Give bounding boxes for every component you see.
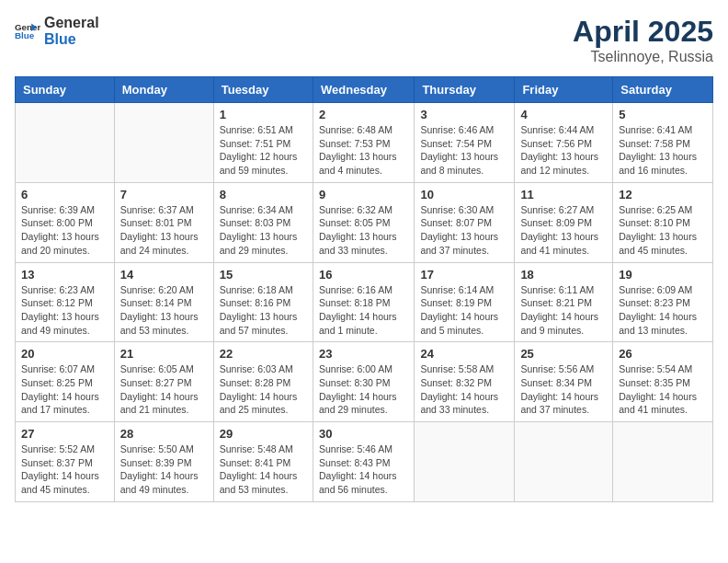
day-cell: 30Sunrise: 5:46 AM Sunset: 8:43 PM Dayli… — [313, 422, 414, 502]
logo-blue-text: Blue — [44, 31, 99, 48]
day-number: 27 — [21, 427, 108, 441]
day-number: 24 — [420, 347, 508, 361]
day-cell: 11Sunrise: 6:27 AM Sunset: 8:09 PM Dayli… — [515, 182, 613, 262]
day-number: 9 — [319, 188, 408, 201]
day-number: 6 — [21, 188, 108, 201]
day-number: 30 — [319, 427, 408, 441]
day-detail: Sunrise: 6:46 AM Sunset: 7:54 PM Dayligh… — [420, 123, 508, 178]
day-cell: 18Sunrise: 6:11 AM Sunset: 8:21 PM Dayli… — [515, 262, 613, 342]
week-row-4: 27Sunrise: 5:52 AM Sunset: 8:37 PM Dayli… — [16, 422, 713, 502]
page-header: General Blue General Blue April 2025 Tse… — [15, 15, 713, 65]
day-cell: 5Sunrise: 6:41 AM Sunset: 7:58 PM Daylig… — [613, 103, 713, 183]
day-number: 11 — [520, 188, 607, 201]
day-number: 16 — [319, 268, 408, 282]
day-cell: 14Sunrise: 6:20 AM Sunset: 8:14 PM Dayli… — [114, 262, 213, 342]
logo-icon: General Blue — [15, 18, 40, 44]
day-detail: Sunrise: 6:30 AM Sunset: 8:07 PM Dayligh… — [420, 203, 508, 258]
day-number: 13 — [21, 268, 108, 282]
day-cell — [16, 103, 115, 183]
day-number: 10 — [420, 188, 508, 201]
day-detail: Sunrise: 6:07 AM Sunset: 8:25 PM Dayligh… — [21, 362, 108, 417]
day-detail: Sunrise: 6:20 AM Sunset: 8:14 PM Dayligh… — [120, 283, 208, 338]
day-cell: 19Sunrise: 6:09 AM Sunset: 8:23 PM Dayli… — [613, 262, 713, 342]
svg-text:Blue: Blue — [15, 30, 35, 40]
day-number: 4 — [520, 108, 607, 121]
day-number: 17 — [420, 268, 508, 282]
day-detail: Sunrise: 6:51 AM Sunset: 7:51 PM Dayligh… — [220, 123, 307, 178]
day-detail: Sunrise: 5:58 AM Sunset: 8:32 PM Dayligh… — [420, 362, 508, 417]
day-number: 18 — [520, 268, 607, 282]
header-monday: Monday — [114, 77, 213, 103]
day-detail: Sunrise: 6:00 AM Sunset: 8:30 PM Dayligh… — [319, 362, 408, 417]
day-detail: Sunrise: 6:11 AM Sunset: 8:21 PM Dayligh… — [520, 283, 607, 338]
title-area: April 2025 Tselinnoye, Russia — [573, 15, 713, 65]
day-number: 20 — [21, 347, 108, 361]
day-cell: 23Sunrise: 6:00 AM Sunset: 8:30 PM Dayli… — [313, 342, 414, 422]
day-detail: Sunrise: 6:34 AM Sunset: 8:03 PM Dayligh… — [220, 203, 307, 258]
day-detail: Sunrise: 5:54 AM Sunset: 8:35 PM Dayligh… — [619, 362, 707, 417]
main-title: April 2025 — [573, 15, 713, 49]
day-cell — [114, 103, 213, 183]
day-cell: 8Sunrise: 6:34 AM Sunset: 8:03 PM Daylig… — [213, 182, 313, 262]
day-cell: 20Sunrise: 6:07 AM Sunset: 8:25 PM Dayli… — [16, 342, 115, 422]
day-number: 26 — [619, 347, 707, 361]
week-row-0: 1Sunrise: 6:51 AM Sunset: 7:51 PM Daylig… — [16, 103, 713, 183]
day-number: 21 — [120, 347, 208, 361]
sub-title: Tselinnoye, Russia — [573, 49, 713, 65]
day-cell — [515, 422, 613, 502]
day-detail: Sunrise: 6:25 AM Sunset: 8:10 PM Dayligh… — [619, 203, 707, 258]
day-number: 25 — [520, 347, 607, 361]
day-detail: Sunrise: 6:44 AM Sunset: 7:56 PM Dayligh… — [520, 123, 607, 178]
day-cell: 24Sunrise: 5:58 AM Sunset: 8:32 PM Dayli… — [415, 342, 515, 422]
day-cell: 15Sunrise: 6:18 AM Sunset: 8:16 PM Dayli… — [213, 262, 313, 342]
header-sunday: Sunday — [16, 77, 115, 103]
day-detail: Sunrise: 6:16 AM Sunset: 8:18 PM Dayligh… — [319, 283, 408, 338]
day-number: 7 — [120, 188, 208, 201]
day-cell: 26Sunrise: 5:54 AM Sunset: 8:35 PM Dayli… — [613, 342, 713, 422]
day-cell: 1Sunrise: 6:51 AM Sunset: 7:51 PM Daylig… — [213, 103, 313, 183]
day-cell: 17Sunrise: 6:14 AM Sunset: 8:19 PM Dayli… — [415, 262, 515, 342]
day-detail: Sunrise: 6:27 AM Sunset: 8:09 PM Dayligh… — [520, 203, 607, 258]
header-wednesday: Wednesday — [313, 77, 414, 103]
day-cell: 4Sunrise: 6:44 AM Sunset: 7:56 PM Daylig… — [515, 103, 613, 183]
day-cell: 25Sunrise: 5:56 AM Sunset: 8:34 PM Dayli… — [515, 342, 613, 422]
day-number: 29 — [220, 427, 307, 441]
day-cell: 16Sunrise: 6:16 AM Sunset: 8:18 PM Dayli… — [313, 262, 414, 342]
header-thursday: Thursday — [415, 77, 515, 103]
day-detail: Sunrise: 6:32 AM Sunset: 8:05 PM Dayligh… — [319, 203, 408, 258]
day-number: 14 — [120, 268, 208, 282]
day-detail: Sunrise: 6:05 AM Sunset: 8:27 PM Dayligh… — [120, 362, 208, 417]
day-cell: 29Sunrise: 5:48 AM Sunset: 8:41 PM Dayli… — [213, 422, 313, 502]
day-detail: Sunrise: 6:48 AM Sunset: 7:53 PM Dayligh… — [319, 123, 408, 178]
day-cell: 3Sunrise: 6:46 AM Sunset: 7:54 PM Daylig… — [415, 103, 515, 183]
day-detail: Sunrise: 6:23 AM Sunset: 8:12 PM Dayligh… — [21, 283, 108, 338]
day-cell: 28Sunrise: 5:50 AM Sunset: 8:39 PM Dayli… — [114, 422, 213, 502]
header-saturday: Saturday — [613, 77, 713, 103]
day-detail: Sunrise: 5:56 AM Sunset: 8:34 PM Dayligh… — [520, 362, 607, 417]
day-detail: Sunrise: 6:41 AM Sunset: 7:58 PM Dayligh… — [619, 123, 707, 178]
header-friday: Friday — [515, 77, 613, 103]
day-cell: 9Sunrise: 6:32 AM Sunset: 8:05 PM Daylig… — [313, 182, 414, 262]
day-detail: Sunrise: 6:37 AM Sunset: 8:01 PM Dayligh… — [120, 203, 208, 258]
day-detail: Sunrise: 6:03 AM Sunset: 8:28 PM Dayligh… — [220, 362, 307, 417]
day-number: 8 — [220, 188, 307, 201]
logo-general-text: General — [44, 15, 99, 31]
day-cell: 22Sunrise: 6:03 AM Sunset: 8:28 PM Dayli… — [213, 342, 313, 422]
week-row-2: 13Sunrise: 6:23 AM Sunset: 8:12 PM Dayli… — [16, 262, 713, 342]
day-cell: 7Sunrise: 6:37 AM Sunset: 8:01 PM Daylig… — [114, 182, 213, 262]
day-detail: Sunrise: 6:18 AM Sunset: 8:16 PM Dayligh… — [220, 283, 307, 338]
day-number: 15 — [220, 268, 307, 282]
day-number: 1 — [220, 108, 307, 121]
header-tuesday: Tuesday — [213, 77, 313, 103]
calendar-body: 1Sunrise: 6:51 AM Sunset: 7:51 PM Daylig… — [16, 103, 713, 502]
day-detail: Sunrise: 6:39 AM Sunset: 8:00 PM Dayligh… — [21, 203, 108, 258]
day-number: 3 — [420, 108, 508, 121]
day-number: 5 — [619, 108, 707, 121]
day-detail: Sunrise: 5:46 AM Sunset: 8:43 PM Dayligh… — [319, 442, 408, 497]
calendar-header: SundayMondayTuesdayWednesdayThursdayFrid… — [16, 77, 713, 103]
day-detail: Sunrise: 6:14 AM Sunset: 8:19 PM Dayligh… — [420, 283, 508, 338]
logo: General Blue General Blue — [15, 15, 99, 47]
calendar-table: SundayMondayTuesdayWednesdayThursdayFrid… — [15, 76, 713, 502]
day-number: 12 — [619, 188, 707, 201]
day-detail: Sunrise: 6:09 AM Sunset: 8:23 PM Dayligh… — [619, 283, 707, 338]
